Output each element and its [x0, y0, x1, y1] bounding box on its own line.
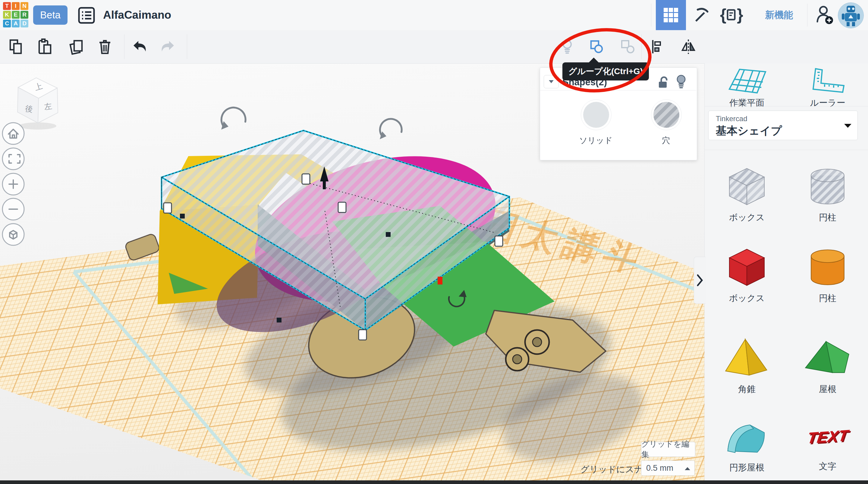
selection-inspector-panel: Shapes(2) ソリッド 穴: [540, 67, 697, 160]
shape-tile-text[interactable]: TEXT 文字: [795, 413, 860, 473]
solid-option[interactable]: ソリッド: [566, 99, 626, 146]
mirror-icon: [680, 38, 697, 55]
divider: [641, 34, 642, 59]
scale-handle[interactable]: [359, 330, 367, 340]
edit-grid-button[interactable]: グリッドを編集: [641, 442, 695, 457]
shape-tile-cylinder-hole[interactable]: 円柱: [795, 163, 860, 223]
invite-user-button[interactable]: [811, 0, 838, 30]
align-button[interactable]: [645, 30, 669, 63]
delete-icon: [96, 38, 113, 55]
shape-tile-roof[interactable]: 屋根: [795, 335, 860, 395]
logo-tile: C: [3, 20, 11, 27]
ruler-tool[interactable]: ルーラー: [807, 67, 849, 109]
logo-tile: D: [21, 20, 28, 27]
scale-handle[interactable]: [302, 174, 310, 184]
chevron-down-icon: [844, 123, 852, 128]
viewcube-back-label[interactable]: 後: [24, 104, 33, 114]
redo-icon: [159, 38, 176, 56]
collapse-chevron-icon: [696, 274, 703, 286]
snap-grid-dropdown[interactable]: 0.5 mm: [641, 460, 695, 476]
lightbulb-icon[interactable]: [675, 74, 687, 90]
shape-tile-box-hole[interactable]: ボックス: [714, 163, 779, 223]
logo-tile: R: [21, 11, 28, 19]
align-icon: [649, 38, 665, 55]
scale-handle[interactable]: [495, 236, 503, 246]
minecraft-pickaxe-icon: [692, 6, 710, 24]
text-shape-glyph: TEXT: [806, 426, 849, 447]
copy-button[interactable]: [4, 30, 28, 63]
solid-swatch: [583, 102, 609, 128]
mirror-button[interactable]: [676, 30, 701, 63]
beta-button[interactable]: Beta: [33, 5, 67, 25]
duplicate-button[interactable]: [64, 30, 88, 63]
edge-handle[interactable]: [386, 232, 391, 237]
panel-collapse-button[interactable]: [544, 75, 559, 88]
hole-option[interactable]: 穴: [636, 99, 696, 146]
light-icon: [559, 38, 575, 56]
undo-button[interactable]: [128, 30, 152, 63]
design-title: AlfaCaimano: [103, 0, 171, 30]
scale-handle[interactable]: [338, 202, 346, 212]
shape-label: 屋根: [795, 383, 860, 395]
workplane-icon: [726, 67, 768, 95]
bottom-dock-bar: [0, 480, 868, 484]
rotate-handle-red[interactable]: [438, 277, 442, 284]
home-view-button[interactable]: [2, 123, 24, 144]
divider: [651, 4, 651, 27]
svg-text:{: {: [720, 6, 726, 24]
logo-tile: T: [3, 2, 11, 10]
apps-grid-button[interactable]: [656, 0, 686, 30]
sidebar-collapse-button[interactable]: [694, 257, 706, 304]
avatar-robot-image: [838, 3, 864, 28]
tinkercad-logo[interactable]: TIN KER CAD: [3, 2, 30, 28]
shape-label: 文字: [795, 460, 860, 473]
logo-tile: E: [12, 11, 20, 19]
library-name: 基本シェイプ: [716, 124, 782, 138]
scale-handle[interactable]: [164, 203, 172, 213]
logo-tile: N: [21, 2, 28, 10]
tinkercad-app: 固太講斗 上 後 左: [0, 0, 868, 484]
show-all-button[interactable]: [555, 30, 579, 63]
shape-tile-pyramid[interactable]: 角錐: [714, 335, 779, 395]
apps-grid-icon: [663, 7, 679, 23]
viewcube-left-label[interactable]: 左: [43, 101, 53, 112]
avatar[interactable]: [838, 2, 864, 28]
logo-tile: K: [3, 11, 11, 19]
new-features-link[interactable]: 新機能: [753, 0, 805, 30]
design-menu-button[interactable]: [78, 7, 95, 25]
shape-label: 円形屋根: [714, 462, 779, 474]
ungroup-button[interactable]: [615, 30, 640, 63]
group-icon: [587, 38, 605, 56]
shape-label: ボックス: [714, 212, 779, 223]
workplane-label: 作業平面: [726, 97, 768, 109]
fit-view-button[interactable]: [2, 148, 24, 170]
divider: [705, 106, 868, 107]
minecraft-export-button[interactable]: [689, 0, 713, 30]
undo-icon: [131, 38, 149, 56]
shape-tile-cylinder[interactable]: 円柱: [795, 243, 860, 304]
solid-label: ソリッド: [566, 135, 626, 146]
shape-library-sidebar: 作業平面 ルーラー Tinkercad 基本シェイプ: [704, 63, 868, 484]
codeblocks-button[interactable]: { }: [716, 0, 747, 30]
divider: [807, 4, 807, 27]
design-menu-icon: [78, 7, 95, 24]
edge-handle[interactable]: [180, 214, 185, 218]
logo-tile: I: [12, 2, 20, 10]
divider: [540, 90, 696, 90]
duplicate-icon: [67, 38, 84, 55]
shape-tile-box[interactable]: ボックス: [714, 243, 779, 304]
redo-button[interactable]: [156, 30, 180, 63]
workplane-tool[interactable]: 作業平面: [726, 67, 768, 109]
edge-handle[interactable]: [277, 317, 281, 323]
shape-category-dropdown[interactable]: Tinkercad 基本シェイプ: [708, 111, 858, 140]
hole-label: 穴: [636, 135, 696, 146]
unlock-icon[interactable]: [657, 75, 670, 89]
snap-grid-value: 0.5 mm: [646, 463, 673, 473]
divider: [705, 150, 868, 150]
shape-tile-round-roof[interactable]: 円形屋根: [714, 413, 779, 474]
ruler-icon: [807, 67, 849, 95]
logo-tile: A: [12, 20, 20, 27]
delete-button[interactable]: [93, 30, 117, 63]
paste-button[interactable]: [33, 30, 57, 63]
ungroup-icon: [619, 38, 636, 56]
